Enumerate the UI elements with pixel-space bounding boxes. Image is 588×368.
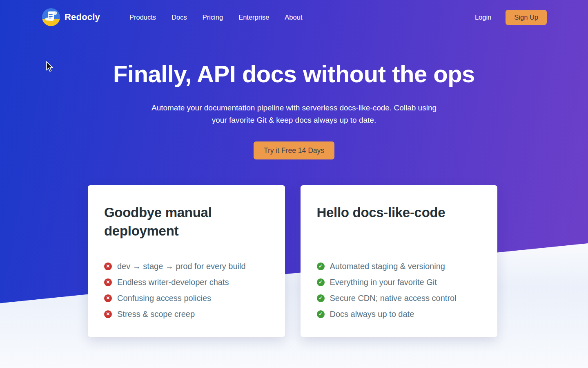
check-circle-icon: ✓ xyxy=(317,294,325,302)
list-item: ✕ Endless writer-developer chats xyxy=(104,274,269,290)
card-title: Goodbye manual deployment xyxy=(104,203,269,240)
cons-list: ✕ dev → stage → prod for every build ✕ E… xyxy=(104,258,269,322)
list-item-text: Stress & scope creep xyxy=(117,310,195,319)
check-circle-icon: ✓ xyxy=(317,263,325,270)
list-item-text: Endless writer-developer chats xyxy=(117,278,229,287)
list-item: ✕ Stress & scope creep xyxy=(104,306,269,322)
list-item: ✕ dev → stage → prod for every build xyxy=(104,258,269,274)
free-trial-button[interactable]: Try it Free 14 Days xyxy=(254,141,334,159)
cross-circle-icon: ✕ xyxy=(104,310,112,318)
list-item: ✓ Automated staging & versioning xyxy=(317,258,481,274)
hero-title: Finally, API docs without the ops xyxy=(0,61,588,87)
list-item: ✓ Docs always up to date xyxy=(317,306,481,322)
comparison-cards: Goodbye manual deployment ✕ dev → stage … xyxy=(88,185,497,337)
hero-subtitle: Automate your documentation pipeline wit… xyxy=(151,102,437,126)
card-goodbye-manual-deployment: Goodbye manual deployment ✕ dev → stage … xyxy=(88,185,285,337)
cross-circle-icon: ✕ xyxy=(104,263,112,270)
list-item: ✕ Confusing access policies xyxy=(104,290,269,306)
list-item-text: Automated staging & versioning xyxy=(330,262,445,271)
list-item-text: Docs always up to date xyxy=(330,310,414,319)
list-item-text: dev → stage → prod for every build xyxy=(117,262,246,271)
list-item-text: Confusing access policies xyxy=(117,294,211,303)
cross-circle-icon: ✕ xyxy=(104,278,112,286)
list-item-text: Everything in your favorite Git xyxy=(330,278,437,287)
hero-section: Finally, API docs without the ops Automa… xyxy=(0,0,588,159)
card-hello-docs-like-code: Hello docs-like-code ✓ Automated staging… xyxy=(301,185,498,337)
list-item-text: Secure CDN; native access control xyxy=(330,294,457,303)
pros-list: ✓ Automated staging & versioning ✓ Every… xyxy=(317,258,481,322)
check-circle-icon: ✓ xyxy=(317,310,325,318)
landing-page: Redocly Products Docs Pricing Enterprise… xyxy=(0,0,588,368)
list-item: ✓ Secure CDN; native access control xyxy=(317,290,481,306)
mouse-cursor-icon xyxy=(46,61,54,73)
list-item: ✓ Everything in your favorite Git xyxy=(317,274,481,290)
card-title: Hello docs-like-code xyxy=(317,203,481,240)
cross-circle-icon: ✕ xyxy=(104,294,112,302)
check-circle-icon: ✓ xyxy=(317,278,325,286)
